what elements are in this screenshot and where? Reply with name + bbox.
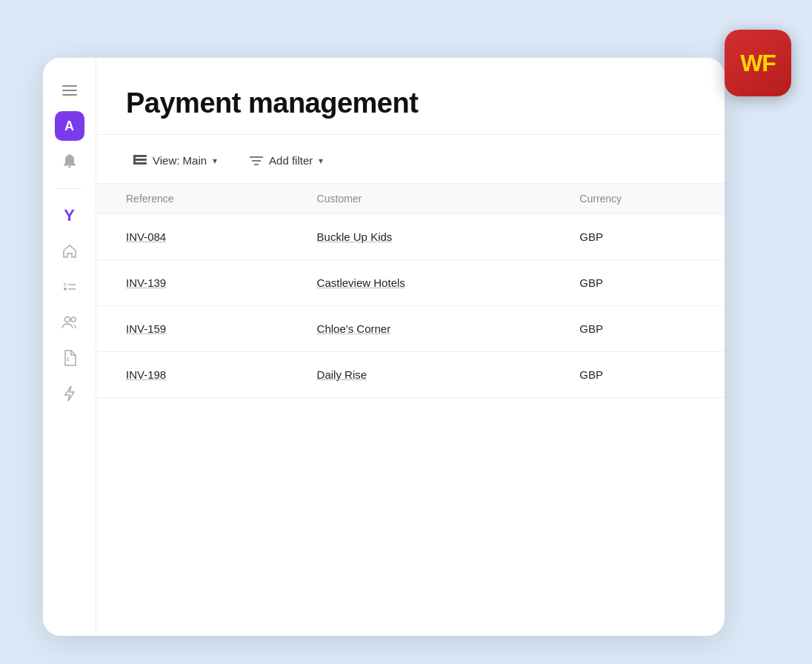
yapily-icon: Y [64,206,75,225]
cell-reference[interactable]: INV-198 [96,352,302,398]
cell-currency: GBP [565,214,725,260]
tasks-icon [62,279,77,294]
sidebar-item-bolt[interactable] [55,379,84,408]
table-header-row: Reference Customer Currency [96,184,725,214]
sidebar-item-users[interactable] [55,308,84,337]
document-icon: £ [63,350,76,366]
view-chevron: ▾ [213,156,217,166]
svg-text:£: £ [67,356,70,362]
page-title: Payment management [126,87,695,119]
app-icon-text: WF [740,50,776,77]
view-label: View: Main [153,154,207,167]
sidebar-divider-1 [58,188,81,189]
filter-chevron: ▾ [319,156,323,166]
reference-link[interactable]: INV-139 [126,276,166,289]
svg-rect-0 [62,85,77,87]
customer-link[interactable]: Daily Rise [317,368,367,381]
svg-point-7 [64,317,70,322]
cell-reference[interactable]: INV-159 [96,306,302,352]
svg-point-8 [71,317,76,322]
col-reference: Reference [96,184,302,214]
sidebar-item-avatar[interactable]: A [55,111,84,141]
sidebar: A Y [43,58,96,636]
sidebar-item-yapily[interactable]: Y [55,201,84,230]
sidebar-item-tasks[interactable] [55,272,84,302]
sidebar-item-documents[interactable]: £ [55,343,84,373]
reference-link[interactable]: INV-084 [126,230,166,243]
menu-icon [62,85,77,96]
customer-link[interactable]: Castleview Hotels [317,276,405,289]
svg-point-5 [64,288,67,290]
cell-customer[interactable]: Chloe's Corner [302,306,565,352]
sidebar-item-home[interactable] [55,236,84,266]
main-content: Payment management View: Main ▾ [96,58,725,636]
cell-customer[interactable]: Castleview Hotels [302,260,565,306]
sidebar-item-notifications[interactable] [55,147,84,176]
table-icon [133,155,147,167]
toolbar: View: Main ▾ Add filter ▾ [96,150,725,183]
main-card: A Y [43,58,725,636]
home-icon [62,244,77,259]
reference-link[interactable]: INV-198 [126,368,166,381]
col-customer: Customer [302,184,565,214]
col-currency: Currency [565,184,725,214]
filter-icon [250,156,263,166]
cell-reference[interactable]: INV-139 [96,260,302,306]
reference-link[interactable]: INV-159 [126,322,166,335]
data-table: Reference Customer Currency INV-084Buckl… [96,183,725,398]
users-icon [61,316,78,329]
avatar-letter: A [64,119,74,134]
outer-wrapper: WF A Y [0,0,812,664]
filter-button[interactable]: Add filter ▾ [242,150,330,171]
svg-rect-1 [62,90,77,91]
cell-reference[interactable]: INV-084 [96,214,302,260]
customer-link[interactable]: Chloe's Corner [317,322,391,335]
cell-currency: GBP [565,352,725,398]
bolt-icon [64,385,76,402]
bell-icon [63,154,76,169]
filter-label: Add filter [269,154,313,167]
cell-currency: GBP [565,306,725,352]
table-row: INV-139Castleview HotelsGBP [96,260,725,306]
customer-link[interactable]: Buckle Up Kids [317,230,393,243]
table-area: View: Main ▾ Add filter ▾ [96,135,725,636]
table-row: INV-084Buckle Up KidsGBP [96,214,725,260]
view-button[interactable]: View: Main ▾ [126,150,224,171]
app-icon[interactable]: WF [725,30,791,96]
cell-currency: GBP [565,260,725,306]
cell-customer[interactable]: Daily Rise [302,352,565,398]
table-row: INV-198Daily RiseGBP [96,352,725,398]
table-row: INV-159Chloe's CornerGBP [96,306,725,352]
svg-rect-13 [133,155,136,165]
cell-customer[interactable]: Buckle Up Kids [302,214,565,260]
svg-rect-2 [62,94,77,96]
page-header: Payment management [96,58,725,135]
sidebar-item-menu[interactable] [55,76,84,105]
